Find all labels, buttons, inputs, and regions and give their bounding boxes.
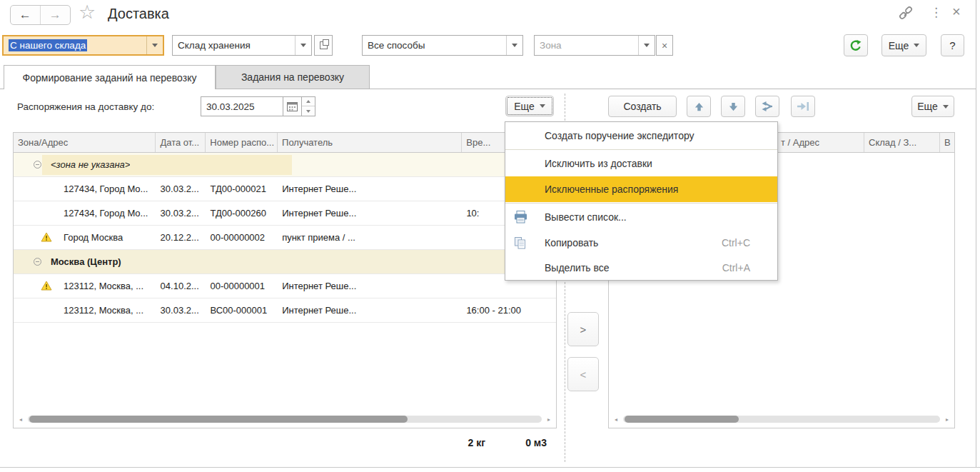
menu-item-label: Исключенные распоряжения (545, 184, 678, 195)
menu-item-copy[interactable]: Копировать Ctrl+C (505, 230, 777, 256)
zone-filter[interactable]: Зона (534, 35, 655, 56)
date-spinner[interactable] (301, 96, 315, 116)
menu-item-label: Создать поручение экспедитору (545, 130, 694, 141)
chevron-down-icon[interactable] (146, 36, 163, 54)
more-label: Еще (889, 40, 909, 51)
group-label: <зона не указана> (14, 159, 130, 170)
help-button[interactable]: ? (941, 34, 964, 56)
cell-recipient: Интернет Реше... (278, 281, 462, 291)
cell-address: Город Москва (14, 232, 156, 243)
menu-item-create-forwarder-order[interactable]: Создать поручение экспедитору (505, 123, 777, 149)
table-row[interactable]: 123112, Москва, ... 04.10.2... 00-000000… (14, 274, 556, 298)
cell-address: 127434, Город Мо... (14, 208, 156, 219)
back-button[interactable]: ← (11, 6, 41, 24)
exclude-split-button[interactable] (755, 96, 779, 117)
collapse-icon[interactable] (34, 258, 41, 266)
column-header[interactable]: В (940, 133, 954, 152)
spinner-up-icon[interactable] (306, 100, 310, 103)
favorite-star-icon[interactable]: ☆ (79, 1, 96, 24)
print-icon (514, 211, 528, 226)
right-table-more-button[interactable]: Еще (911, 96, 954, 117)
left-table-more-button[interactable]: Еще (505, 96, 554, 116)
table-row[interactable]: 123112, Москва, ... 30.03.2... ВС00-0000… (14, 298, 556, 323)
warehouse-choose-button[interactable] (314, 35, 333, 56)
tab-transport-tasks[interactable]: Задания на перевозку (216, 65, 370, 89)
menu-item-label: Копировать (545, 237, 598, 248)
close-icon[interactable]: × (952, 4, 961, 20)
move-down-button[interactable] (721, 96, 745, 117)
cell-date: 30.03.2... (156, 184, 206, 194)
column-header[interactable]: Получатель (278, 133, 462, 152)
menu-item-print-list[interactable]: Вывести список... (505, 204, 777, 230)
warning-icon (41, 281, 52, 293)
more-label: Еще (917, 101, 938, 112)
chevron-down-icon[interactable] (638, 36, 655, 55)
create-button[interactable]: Создать (608, 96, 677, 117)
cell-recipient: Интернет Реше... (278, 184, 462, 194)
chevron-down-icon[interactable] (295, 36, 311, 55)
warning-icon (41, 232, 52, 244)
chevron-down-icon[interactable] (506, 36, 522, 55)
table-row[interactable]: 127434, Город Мо... 30.03.2... ТД00-0002… (14, 201, 556, 226)
filters-more-button[interactable]: Еще (882, 34, 926, 56)
copy-icon (514, 236, 526, 251)
table-row[interactable]: 127434, Город Мо... 30.03.2... ТД00-0000… (14, 177, 556, 201)
warehouse-value: Склад хранения (173, 36, 295, 55)
date-input[interactable]: 30.03.2025 (201, 96, 283, 116)
move-right-button[interactable] (791, 96, 815, 117)
zone-clear-button[interactable]: × (656, 35, 673, 56)
menu-item-exclude-from-delivery[interactable]: Исключить из доставки (505, 151, 777, 176)
group-row[interactable]: <зона не указана> (14, 153, 556, 177)
scroll-right-icon[interactable]: ▸ (547, 416, 550, 423)
table-row[interactable]: Город Москва 20.12.2... 00-00000002 пунк… (14, 226, 556, 250)
cell-date: 30.03.2... (156, 208, 206, 219)
method-filter[interactable]: Все способы (362, 35, 523, 56)
cell-date: 20.12.2... (156, 232, 206, 243)
table-header: Зона/Адрес Дата от... Номер распо... Пол… (14, 133, 556, 153)
cell-number: ТД00-000260 (206, 208, 278, 219)
method-value: Все способы (363, 36, 506, 55)
link-icon[interactable] (898, 6, 914, 25)
column-header[interactable]: Склад / З... (864, 133, 940, 152)
column-header[interactable]: Дата от... (156, 133, 206, 152)
move-up-button[interactable] (687, 96, 711, 117)
tab-label: Формирование заданий на перевозку (23, 72, 197, 84)
horizontal-scrollbar[interactable]: ◂ ▸ (19, 415, 550, 423)
delivery-window: ← → ☆ Доставка ⋮ × С нашего склада Склад… (0, 0, 980, 472)
horizontal-scrollbar[interactable]: ◂ ▸ (615, 415, 949, 423)
more-label: Еще (514, 101, 535, 112)
menu-item-excluded-orders[interactable]: Исключенные распоряжения (505, 176, 777, 202)
scroll-right-icon[interactable]: ▸ (946, 416, 949, 423)
page-title: Доставка (108, 6, 169, 22)
menu-item-select-all[interactable]: Выделить все Ctrl+A (505, 256, 777, 279)
forward-button[interactable]: → (41, 6, 71, 24)
warehouse-filter[interactable]: Склад хранения (172, 35, 312, 56)
cell-date: 04.10.2... (156, 281, 206, 291)
spinner-down-icon[interactable] (306, 110, 310, 113)
split-arrows-icon (761, 101, 774, 112)
menu-item-label: Вывести список... (545, 211, 627, 223)
tab-forming-transport-tasks[interactable]: Формирование заданий на перевозку (4, 65, 216, 89)
transfer-right-button[interactable]: > (567, 312, 599, 346)
group-row[interactable]: Москва (Центр) (14, 250, 556, 274)
zone-placeholder: Зона (535, 36, 638, 55)
cell-recipient: пункт приема / ... (278, 232, 462, 243)
cell-number: ВС00-000001 (206, 305, 278, 316)
menu-item-shortcut: Ctrl+A (722, 262, 750, 273)
delivery-type-filter[interactable]: С нашего склада (2, 35, 164, 56)
scroll-left-icon[interactable]: ◂ (19, 416, 22, 423)
column-header[interactable]: Зона/Адрес (14, 133, 156, 152)
scrollbar-thumb[interactable] (625, 416, 739, 423)
cell-address: 127434, Город Мо... (14, 184, 156, 194)
refresh-button[interactable] (844, 34, 868, 56)
scroll-left-icon[interactable]: ◂ (615, 416, 617, 423)
cell-address: 123112, Москва, ... (14, 281, 156, 291)
transfer-left-button[interactable]: < (567, 357, 599, 391)
date-filter-label: Распоряжения на доставку до: (17, 101, 154, 112)
column-header[interactable]: Номер распо... (206, 133, 278, 152)
scrollbar-thumb[interactable] (29, 416, 408, 423)
more-dots-icon[interactable]: ⋮ (930, 5, 942, 20)
menu-item-shortcut: Ctrl+C (722, 237, 750, 248)
window-bottom-border (0, 467, 980, 468)
calendar-button[interactable] (283, 96, 302, 116)
